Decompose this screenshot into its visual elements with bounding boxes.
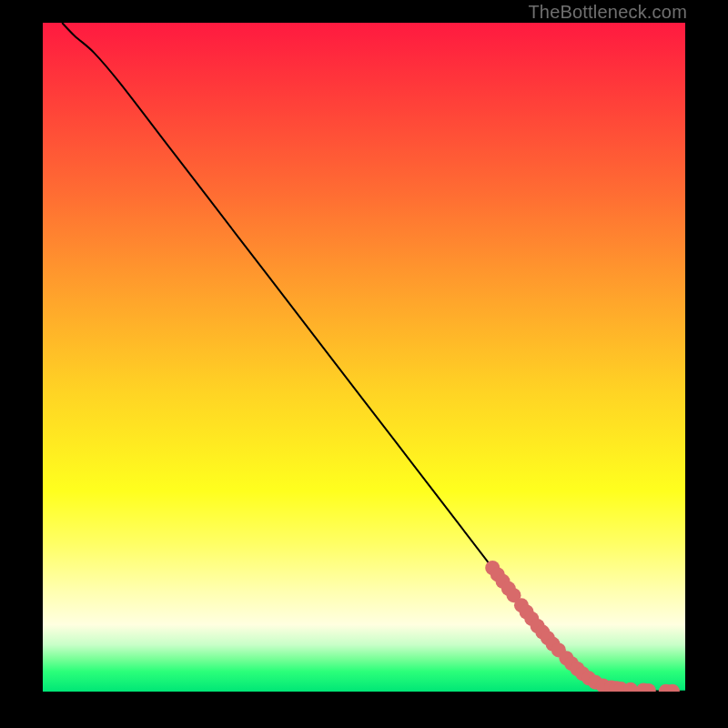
watermark-text: TheBottleneck.com [528, 2, 687, 23]
chart-overlay [43, 23, 685, 692]
plot-area [43, 23, 685, 692]
chart-stage: TheBottleneck.com [0, 0, 728, 728]
bottleneck-curve [62, 23, 685, 692]
data-markers [485, 561, 680, 692]
